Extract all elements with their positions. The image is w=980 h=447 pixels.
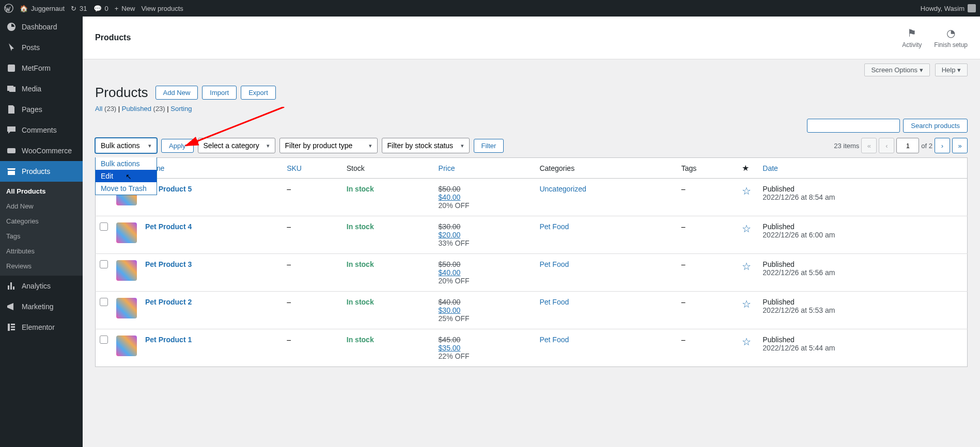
submenu-all-products[interactable]: All Products [0,184,83,199]
column-sku[interactable]: SKU [283,158,343,179]
dropdown-edit[interactable]: Edit [96,170,157,182]
last-page-button[interactable]: » [952,138,968,153]
bulk-actions-select[interactable]: Bulk actions [95,138,157,153]
price-old: $40.00 [439,298,532,306]
sidebar-item-marketing[interactable]: Marketing [0,296,83,317]
price-new: $40.00 [439,268,532,277]
apply-button[interactable]: Apply [161,139,194,153]
publish-date: 2022/12/26 at 8:54 am [763,193,963,201]
search-input[interactable] [807,119,900,133]
tags-cell: – [677,292,738,329]
activity-button[interactable]: ⚑ Activity [902,27,922,49]
publish-date: 2022/12/26 at 6:00 am [763,231,963,239]
howdy[interactable]: Howdy, Wasim [921,4,976,12]
sku-cell: – [283,329,343,367]
row-checkbox[interactable] [100,336,108,344]
wp-logo[interactable] [4,4,13,13]
product-thumbnail[interactable] [116,222,137,243]
screen-options-button[interactable]: Screen Options ▾ [864,63,929,76]
sidebar-item-dashboard[interactable]: Dashboard [0,17,83,37]
search-products-button[interactable]: Search products [903,119,968,133]
next-page-button[interactable]: › [935,138,950,153]
submenu-tags[interactable]: Tags [0,229,83,244]
category-link[interactable]: Pet Food [539,260,569,268]
sidebar-submenu: All Products Add New Categories Tags Att… [0,182,83,276]
row-checkbox[interactable] [100,260,108,268]
progress-icon: ◔ [934,27,968,39]
dropdown-move-trash[interactable]: Move to Trash [96,182,157,195]
filter-button[interactable]: Filter [474,139,504,153]
site-name[interactable]: 🏠 Juggernaut [20,5,65,12]
sidebar-item-metform[interactable]: MetForm [0,58,83,78]
publish-date: 2022/12/26 at 5:56 am [763,268,963,277]
submenu-add-new[interactable]: Add New [0,199,83,214]
current-page-input[interactable] [896,138,919,153]
woo-icon [6,146,17,156]
price-new: $30.00 [439,306,532,314]
dashboard-icon [6,22,17,32]
sidebar-item-products[interactable]: Products [0,161,83,182]
column-price[interactable]: Price [434,158,536,179]
import-button[interactable]: Import [202,86,237,100]
filter-row: Bulk actions Bulk actions Edit Move to T… [83,138,980,157]
help-button[interactable]: Help ▾ [935,63,968,76]
product-thumbnail[interactable] [116,298,137,318]
comments-count[interactable]: 💬 0 [94,5,108,12]
dropdown-bulk-actions[interactable]: Bulk actions [96,157,157,170]
updates[interactable]: ↻ 31 [71,5,87,12]
finish-setup-button[interactable]: ◔ Finish setup [934,27,968,49]
page-icon [6,104,17,115]
product-name-link[interactable]: Pet Product 3 [145,260,192,268]
sku-cell: – [283,254,343,292]
product-name-link[interactable]: Pet Product 4 [145,222,192,231]
add-new-button[interactable]: Add New [155,86,198,100]
pin-icon [6,42,17,53]
featured-star-icon[interactable]: ☆ [742,185,751,197]
sidebar-item-woocommerce[interactable]: WooCommerce [0,140,83,161]
sku-cell: – [283,292,343,329]
tags-cell: – [677,179,738,216]
column-name[interactable]: Name [141,158,283,179]
featured-star-icon[interactable]: ☆ [742,336,751,347]
sidebar-item-analytics[interactable]: Analytics [0,276,83,296]
category-select[interactable]: Select a category [198,138,275,153]
product-thumbnail[interactable] [116,260,137,281]
sidebar-item-posts[interactable]: Posts [0,37,83,58]
sidebar-item-media[interactable]: Media [0,78,83,99]
status-sorting[interactable]: Sorting [170,105,192,113]
featured-star-icon[interactable]: ☆ [742,298,751,310]
category-link[interactable]: Pet Food [539,336,569,344]
stock-status: In stock [347,298,374,306]
price-new: $40.00 [439,193,532,201]
price-old: $30.00 [439,222,532,231]
items-count: 23 items [834,142,859,150]
column-date[interactable]: Date [758,158,967,179]
export-button[interactable]: Export [241,86,276,100]
status-all[interactable]: All [95,105,102,113]
stock-status-select[interactable]: Filter by stock status [382,138,470,153]
submenu-reviews[interactable]: Reviews [0,259,83,274]
featured-star-icon[interactable]: ☆ [742,261,751,272]
row-checkbox[interactable] [100,222,108,231]
category-link[interactable]: Pet Food [539,222,569,231]
product-type-select[interactable]: Filter by product type [279,138,378,153]
product-name-link[interactable]: Pet Product 1 [145,336,192,344]
category-link[interactable]: Uncategorized [539,185,586,193]
publish-status: Published [763,336,963,344]
submenu-categories[interactable]: Categories [0,214,83,229]
product-name-link[interactable]: Pet Product 2 [145,298,192,306]
view-products[interactable]: View products [141,5,183,12]
featured-star-icon[interactable]: ☆ [742,223,751,234]
sidebar-item-pages[interactable]: Pages [0,99,83,120]
product-thumbnail[interactable] [116,336,137,356]
column-tags: Tags [677,158,738,179]
sidebar-item-elementor[interactable]: Elementor [0,317,83,338]
category-link[interactable]: Pet Food [539,298,569,306]
submenu-attributes[interactable]: Attributes [0,244,83,259]
new-content[interactable]: + New [115,5,135,12]
table-row: Pet Product 5 – In stock $50.00 $40.00 2… [96,179,968,216]
row-checkbox[interactable] [100,298,108,306]
status-published[interactable]: Published [122,105,151,113]
publish-status: Published [763,260,963,268]
sidebar-item-comments[interactable]: Comments [0,120,83,140]
